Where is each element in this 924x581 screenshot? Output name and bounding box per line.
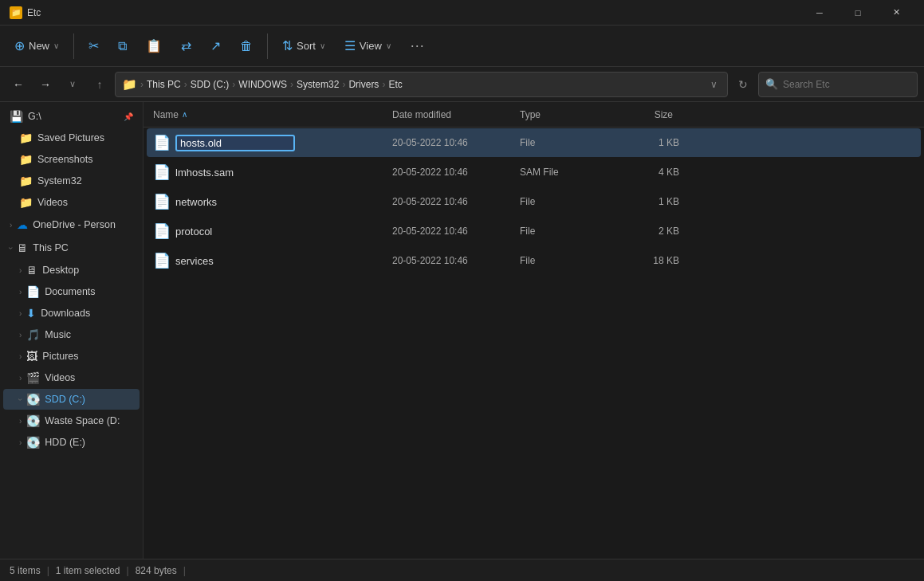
sidebar-item-onedrive[interactable]: › ☁ OneDrive - Person (3, 214, 140, 236)
path-segment-etc[interactable]: Etc (388, 79, 402, 90)
view-button[interactable]: ☰ View ∨ (336, 33, 399, 58)
file-name-services: services (175, 255, 214, 267)
onedrive-chevron: › (10, 221, 12, 230)
sidebar-item-downloads[interactable]: › ⬇ Downloads (3, 303, 140, 324)
path-segment-windows[interactable]: WINDOWS (238, 79, 287, 90)
sidebar-item-videos-fav[interactable]: 📁 Videos (3, 192, 140, 213)
sidebar-item-pictures[interactable]: › 🖼 Pictures (3, 346, 140, 367)
file-row-networks[interactable]: 📄 networks 20-05-2022 10:46 File 1 KB (147, 187, 921, 216)
sidebar-item-system32[interactable]: 📁 System32 (3, 171, 140, 191)
main-content: 💾 G:\ 📌 📁 Saved Pictures 📁 Screenshots 📁… (0, 102, 924, 559)
maximize-button[interactable]: □ (839, 0, 876, 26)
status-size-info: 824 bytes (136, 565, 177, 576)
close-button[interactable]: ✕ (878, 0, 914, 26)
pin-icon: 📌 (124, 112, 133, 121)
move-button[interactable]: ⇄ (173, 33, 199, 58)
file-row-protocol[interactable]: 📄 protocol 20-05-2022 10:46 File 2 KB (147, 217, 921, 245)
toolbar-sep-2 (267, 33, 268, 59)
g-drive-icon: 💾 (10, 110, 23, 123)
up-button[interactable]: ↑ (88, 73, 112, 96)
file-icon-hosts-old: 📄 (153, 134, 171, 151)
file-icon-networks: 📄 (153, 193, 171, 210)
sidebar-item-this-pc[interactable]: › 🖥 This PC (3, 237, 140, 259)
videos-chevron: › (19, 374, 22, 383)
delete-button[interactable]: 🗑 (232, 34, 261, 58)
sidebar-label-onedrive: OneDrive - Person (33, 219, 133, 230)
share-button[interactable]: ↗ (202, 33, 229, 58)
file-cell-date-hosts-old: 20-05-2022 10:46 (392, 137, 520, 148)
videos-fav-icon: 📁 (19, 196, 33, 209)
path-dropdown-button[interactable]: ∨ (707, 79, 721, 90)
col-header-type[interactable]: Type (517, 109, 612, 120)
search-input[interactable] (783, 79, 910, 90)
sidebar-item-screenshots[interactable]: 📁 Screenshots (3, 149, 140, 170)
sidebar-label-saved-pictures: Saved Pictures (37, 132, 133, 143)
back-button[interactable]: ← (6, 73, 30, 96)
col-date-label: Date modified (392, 109, 451, 120)
music-chevron: › (19, 331, 22, 340)
file-cell-type-hosts-old: File (520, 137, 615, 148)
col-header-name[interactable]: Name ∧ (150, 109, 389, 120)
copy-button[interactable]: ⧉ (110, 34, 135, 58)
file-row-hosts-old[interactable]: 📄 20-05-2022 10:46 File 1 KB (147, 128, 921, 157)
file-icon-protocol: 📄 (153, 222, 171, 240)
sort-button[interactable]: ⇅ Sort ∨ (274, 33, 333, 58)
sidebar-label-sdd-c: SDD (C:) (45, 394, 133, 405)
new-button[interactable]: ⊕ New ∨ (6, 33, 67, 58)
file-row-services[interactable]: 📄 services 20-05-2022 10:46 File 18 KB (147, 246, 921, 275)
status-bar: 5 items | 1 item selected | 824 bytes | (0, 559, 924, 581)
file-cell-date-networks: 20-05-2022 10:46 (392, 196, 520, 207)
file-cell-size-hosts-old: 1 KB (615, 137, 679, 148)
rename-input-hosts-old[interactable] (175, 135, 295, 151)
downloads-chevron: › (19, 309, 22, 318)
cut-button[interactable]: ✂ (81, 33, 107, 58)
col-header-date[interactable]: Date modified (389, 109, 517, 120)
sidebar-item-sdd-c[interactable]: › 💽 SDD (C:) (3, 389, 140, 410)
paste-button[interactable]: 📋 (138, 33, 170, 58)
more-button[interactable]: ··· (403, 33, 433, 59)
title-bar-title: Etc (27, 7, 41, 18)
sidebar-item-music[interactable]: › 🎵 Music (3, 324, 140, 345)
refresh-button[interactable]: ↻ (731, 73, 755, 96)
sidebar-item-saved-pictures[interactable]: 📁 Saved Pictures (3, 128, 140, 148)
videos-icon: 🎬 (26, 371, 40, 384)
recent-button[interactable]: ∨ (61, 73, 85, 96)
system32-icon: 📁 (19, 175, 33, 187)
more-icon: ··· (411, 37, 425, 54)
this-pc-chevron: › (6, 246, 15, 249)
cut-icon: ✂ (88, 38, 99, 53)
sidebar-item-g-drive[interactable]: 💾 G:\ 📌 (3, 106, 140, 127)
file-name-networks: networks (175, 196, 217, 208)
path-folder-icon: 📁 (122, 77, 137, 92)
path-segment-drivers[interactable]: Drivers (348, 79, 379, 90)
hdd-e-icon: 💽 (26, 436, 40, 449)
sidebar-item-hdd-e[interactable]: › 💽 HDD (E:) (3, 432, 140, 453)
search-box[interactable]: 🔍 (758, 72, 918, 97)
sidebar-label-videos: Videos (45, 372, 133, 383)
file-cell-name-protocol: 📄 protocol (153, 222, 392, 240)
col-name-label: Name (153, 109, 179, 120)
status-sep-3: | (183, 565, 186, 576)
sidebar-item-waste-d[interactable]: › 💽 Waste Space (D: (3, 410, 140, 431)
minimize-button[interactable]: ─ (801, 0, 838, 26)
forward-button[interactable]: → (33, 73, 57, 96)
sidebar-label-g-drive: G:\ (28, 111, 119, 122)
path-segment-sdd[interactable]: SDD (C:) (191, 79, 230, 90)
sidebar-label-desktop: Desktop (42, 265, 133, 276)
path-segment-thispc[interactable]: This PC (147, 79, 181, 90)
sdd-c-icon: 💽 (26, 393, 40, 406)
address-bar: ← → ∨ ↑ 📁 › This PC › SDD (C:) › WINDOWS… (0, 67, 924, 102)
file-cell-size-networks: 1 KB (615, 196, 679, 207)
path-segment-system32[interactable]: System32 (297, 79, 339, 90)
file-cell-type-services: File (520, 255, 615, 266)
file-name-lmhosts: lmhosts.sam (175, 167, 234, 179)
col-header-size[interactable]: Size (612, 109, 676, 120)
sidebar-item-videos[interactable]: › 🎬 Videos (3, 367, 140, 388)
sidebar-label-downloads: Downloads (41, 308, 133, 319)
onedrive-icon: ☁ (17, 218, 28, 231)
sidebar-item-documents[interactable]: › 📄 Documents (3, 281, 140, 302)
desktop-icon: 🖥 (26, 264, 37, 277)
sidebar-item-desktop[interactable]: › 🖥 Desktop (3, 260, 140, 281)
file-row-lmhosts-sam[interactable]: 📄 lmhosts.sam 20-05-2022 10:46 SAM File … (147, 158, 921, 186)
file-cell-type-protocol: File (520, 226, 615, 237)
